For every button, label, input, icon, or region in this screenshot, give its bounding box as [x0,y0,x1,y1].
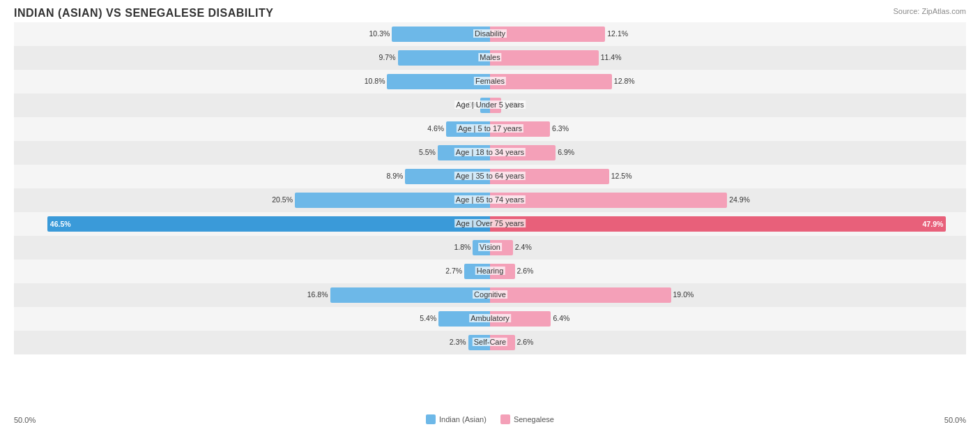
center-label: Hearing [475,267,505,275]
chart-row: 2.7%2.6%Hearing [14,260,966,283]
chart-row: 1.8%2.4%Vision [14,236,966,260]
val-inside-right: 47.9% [923,220,944,228]
label-right: 2.4% [515,243,532,251]
chart-footer: 50.0% Indian (Asian) Senegalese 50.0% [0,413,980,427]
label-right: 12.1% [607,29,628,38]
legend-senegalese-label: Senegalese [514,415,554,424]
chart-row: 4.6%6.3%Age | 5 to 17 years [14,117,966,141]
label-left: 10.3% [369,29,390,38]
chart-row: 10.3%12.1%Disability [14,22,966,46]
label-left: 10.8% [365,77,385,85]
label-left: 9.7% [379,53,396,61]
label-right: 24.9% [729,195,750,204]
chart-row: 5.4%6.4%Ambulatory [14,307,966,331]
label-left: 2.7% [445,267,462,275]
bar-right [490,50,599,66]
bar-left [398,50,491,66]
center-label: Cognitive [473,290,507,299]
label-right: 19.0% [673,290,694,299]
center-label: Self-Care [473,338,507,346]
chart-row: 1.0%1.2%Age | Under 5 years [14,93,966,117]
chart-row: 8.9%12.5%Age | 35 to 64 years [14,165,966,188]
label-right: 12.5% [611,172,632,180]
center-label: Age | Over 75 years [454,219,526,227]
label-left: 8.9% [387,172,404,180]
val-inside-left: 46.5% [50,220,71,228]
center-label: Age | 5 to 17 years [457,124,523,133]
bar-right [490,27,605,42]
label-right: 6.3% [552,124,569,133]
label-left: 5.5% [419,148,436,156]
label-right: 11.4% [601,53,622,61]
footer-left: 50.0% [14,416,36,424]
legend-senegalese: Senegalese [500,414,554,424]
center-label: Age | 35 to 64 years [454,172,526,180]
label-right: 2.6% [517,267,534,275]
legend: Indian (Asian) Senegalese [426,414,554,424]
label-right: 6.9% [558,148,574,156]
center-label: Age | Under 5 years [454,100,526,109]
bar-right [490,287,671,303]
legend-indian-label: Indian (Asian) [439,415,487,424]
legend-indian: Indian (Asian) [426,414,487,424]
legend-indian-box [426,414,436,424]
chart-row: 46.5%47.9%Age | Over 75 years [14,212,966,236]
center-label: Age | 18 to 34 years [454,148,526,156]
chart-row: 2.3%2.6%Self-Care [14,331,966,354]
center-label: Ambulatory [469,314,511,322]
label-left: 4.6% [427,124,444,133]
chart-row: 20.5%24.9%Age | 65 to 74 years [14,188,966,212]
label-right: 6.4% [553,314,569,322]
label-left: 5.4% [420,314,436,322]
chart-row: 9.7%11.4%Males [14,46,966,70]
chart-row: 16.8%19.0%Cognitive [14,283,966,307]
legend-senegalese-box [500,414,510,424]
footer-right: 50.0% [944,416,966,424]
chart-row: 10.8%12.8%Females [14,70,966,93]
chart-container: INDIAN (ASIAN) VS SENEGALESE DISABILITY … [0,0,980,427]
center-label: Age | 65 to 74 years [454,195,526,204]
source-label: Source: ZipAtlas.com [893,7,966,15]
center-label: Vision [478,243,502,251]
chart-title: INDIAN (ASIAN) VS SENEGALESE DISABILITY [14,7,966,20]
label-right: 12.8% [614,77,635,85]
bar-left [330,287,490,303]
label-right: 2.6% [517,338,534,346]
label-left: 1.8% [454,243,470,251]
label-left: 16.8% [307,290,328,299]
center-label: Males [478,53,501,61]
label-left: 20.5% [272,195,293,204]
bar-left: 46.5% [47,216,490,232]
chart-row: 5.5%6.9%Age | 18 to 34 years [14,141,966,165]
chart-area: 10.3%12.1%Disability9.7%11.4%Males10.8%1… [14,22,966,373]
center-label: Females [474,77,506,85]
bar-right [490,74,612,89]
bar-right: 47.9% [490,216,946,232]
center-label: Disability [473,29,507,38]
label-left: 2.3% [450,338,466,346]
